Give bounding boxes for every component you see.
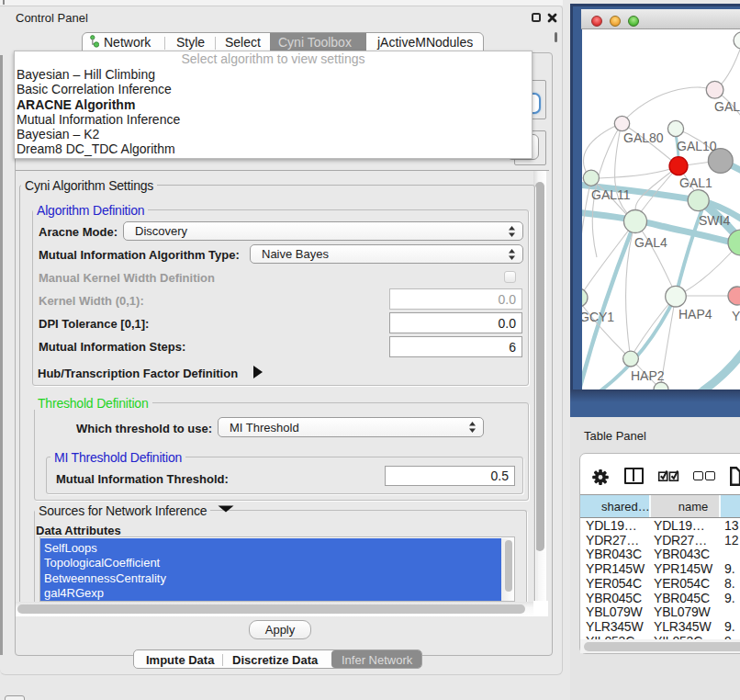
svg-text:GAL1: GAL1 bbox=[679, 175, 712, 190]
svg-text:SWI4: SWI4 bbox=[699, 213, 730, 228]
svg-text:HAP2: HAP2 bbox=[631, 368, 665, 383]
svg-text:GAL: GAL bbox=[714, 99, 740, 114]
svg-text:GAL80: GAL80 bbox=[623, 130, 664, 145]
svg-text:GCY1: GCY1 bbox=[582, 310, 614, 324]
svg-text:GAL11: GAL11 bbox=[591, 187, 631, 202]
svg-text:GAL4: GAL4 bbox=[634, 235, 667, 250]
svg-text:HAP4: HAP4 bbox=[678, 307, 712, 322]
svg-text:Y: Y bbox=[732, 309, 740, 323]
svg-text:GAL10: GAL10 bbox=[677, 139, 717, 153]
